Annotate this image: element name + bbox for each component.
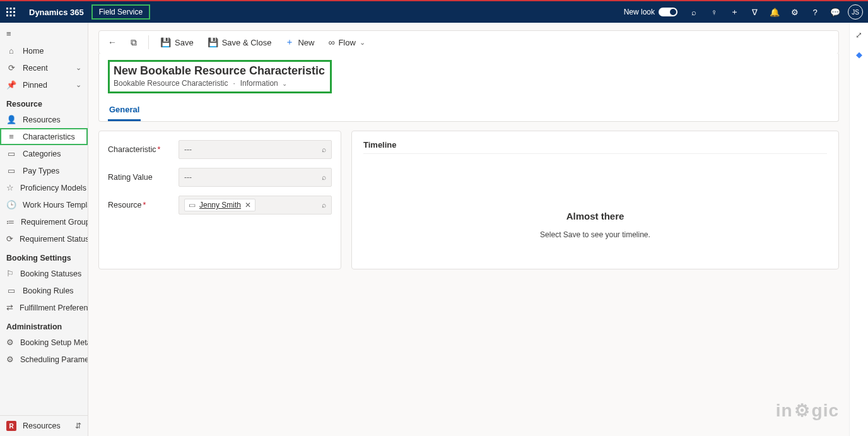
separator	[148, 35, 149, 49]
chevron-down-icon: ⌄	[360, 38, 365, 47]
sidebar-item-recent[interactable]: ⟳ Recent ⌄	[0, 59, 88, 76]
lightbulb-icon[interactable]: ♀	[704, 1, 724, 23]
sidebar-item-label: Scheduling Paramete...	[20, 355, 88, 364]
svg-rect-0	[6, 8, 8, 9]
flag-icon: ⚐	[6, 269, 14, 278]
page-title-box: New Bookable Resource Characteristic Boo…	[108, 60, 332, 93]
sidebar-item-booking-statuses[interactable]: ⚐ Booking Statuses	[0, 265, 88, 282]
page-title: New Bookable Resource Characteristic	[114, 64, 325, 78]
field-resource: Resource* ▭ Jenny Smith ✕ ⌕	[108, 196, 332, 215]
sidebar-item-proficiency[interactable]: ☆ Proficiency Models	[0, 179, 88, 196]
home-icon: ⌂	[6, 46, 16, 56]
help-icon[interactable]: ?	[805, 1, 825, 23]
watermark-logo: in ⚙ gic	[776, 400, 839, 421]
open-new-window-button[interactable]: ⧉	[128, 35, 139, 50]
sidebar-item-booking-rules[interactable]: ▭ Booking Rules	[0, 282, 88, 299]
sidebar-item-workhours[interactable]: 🕒 Work Hours Templates	[0, 196, 88, 213]
sidebar-item-label: Booking Statuses	[20, 269, 81, 278]
timeline-empty-subtext: Select Save to see your timeline.	[363, 230, 827, 239]
resource-chip[interactable]: ▭ Jenny Smith ✕	[184, 199, 255, 211]
new-look-toggle[interactable]: New look	[618, 8, 684, 16]
sidebar-item-label: Work Hours Templates	[23, 201, 88, 209]
svg-rect-3	[6, 11, 8, 13]
right-rail: ⤢ ◆	[849, 23, 868, 436]
avatar[interactable]: JS	[848, 4, 863, 20]
required-indicator: *	[157, 145, 160, 154]
box-icon: ▭	[6, 149, 16, 158]
sidebar-item-characteristics[interactable]: ≡ Characteristics	[0, 128, 88, 145]
sidebar-item-label: Home	[23, 47, 44, 56]
search-icon[interactable]: ⌕	[322, 145, 326, 154]
sidebar-section-booking: Booking Settings	[0, 247, 88, 265]
form-view-name[interactable]: Information	[240, 79, 278, 88]
chevron-updown-icon: ⇵	[75, 421, 81, 430]
app-name[interactable]: Field Service	[91, 4, 150, 20]
sidebar-item-label: Fulfillment Preferences	[20, 303, 88, 312]
flow-button[interactable]: ∞ Flow ⌄	[326, 35, 367, 50]
save-icon: 💾	[160, 37, 171, 47]
field-characteristic: Characteristic* --- ⌕	[108, 140, 332, 159]
chat-icon[interactable]: 💬	[825, 1, 845, 23]
form-tabs: General	[108, 100, 830, 121]
placeholder-text: ---	[184, 173, 192, 182]
save-close-button[interactable]: 💾 Save & Close	[205, 35, 274, 50]
button-label: Save & Close	[222, 38, 272, 47]
filter-icon[interactable]: ∇	[744, 1, 765, 23]
search-icon[interactable]: ⌕	[322, 173, 326, 182]
sidebar-collapse-icon[interactable]: ≡	[0, 25, 88, 42]
copilot-icon[interactable]: ◆	[856, 50, 862, 59]
new-look-label: New look	[624, 8, 655, 16]
sidebar-item-scheduling-params[interactable]: ⚙ Scheduling Paramete...	[0, 351, 88, 368]
form-header: New Bookable Resource Characteristic Boo…	[98, 54, 839, 122]
area-switcher-icon: R	[6, 421, 16, 431]
sidebar-item-categories[interactable]: ▭ Categories	[0, 145, 88, 162]
characteristic-lookup[interactable]: --- ⌕	[179, 140, 332, 159]
swap-icon: ⇄	[6, 303, 13, 312]
svg-rect-8	[13, 15, 15, 16]
sidebar-item-label: Requirement Group ...	[21, 218, 88, 227]
tab-general[interactable]: General	[108, 100, 141, 121]
sidebar-item-fulfillment[interactable]: ⇄ Fulfillment Preferences	[0, 299, 88, 316]
status-icon: ⟳	[6, 234, 13, 244]
svg-rect-1	[10, 8, 12, 9]
gear-icon[interactable]: ⚙	[785, 1, 805, 23]
new-button[interactable]: ＋ New	[283, 34, 317, 50]
sidebar-item-home[interactable]: ⌂ Home	[0, 42, 88, 59]
sidebar-item-reqstatus[interactable]: ⟳ Requirement Statuses	[0, 230, 88, 247]
back-button[interactable]: ←	[105, 35, 119, 50]
rating-lookup[interactable]: --- ⌕	[179, 168, 332, 187]
sidebar-item-paytypes[interactable]: ▭ Pay Types	[0, 162, 88, 179]
save-button[interactable]: 💾 Save	[158, 35, 196, 50]
search-icon[interactable]: ⌕	[322, 201, 326, 209]
clock-icon: 🕒	[6, 200, 16, 209]
sidebar-item-reqgroup[interactable]: ≔ Requirement Group ...	[0, 213, 88, 230]
sidebar-item-pinned[interactable]: 📌 Pinned ⌄	[0, 76, 88, 93]
sidebar-footer-resources[interactable]: R Resources ⇵	[0, 416, 88, 436]
toggle-icon[interactable]	[659, 8, 677, 16]
placeholder-text: ---	[184, 145, 192, 154]
entity-name: Bookable Resource Characteristic	[114, 79, 228, 88]
gear-icon: ⚙	[6, 338, 14, 347]
timeline-title: Timeline	[363, 140, 827, 154]
popout-icon: ⧉	[131, 37, 137, 48]
flow-icon: ∞	[328, 37, 334, 47]
back-icon: ←	[108, 37, 117, 47]
chip-remove-icon[interactable]: ✕	[245, 201, 251, 209]
search-icon[interactable]: ⌕	[684, 1, 704, 23]
chevron-down-icon: ⌄	[282, 80, 287, 87]
svg-rect-2	[13, 8, 15, 9]
sidebar-item-booking-meta[interactable]: ⚙ Booking Setup Meta...	[0, 334, 88, 351]
gear-icon: ⚙	[6, 355, 14, 364]
sidebar-section-admin: Administration	[0, 316, 88, 334]
chevron-down-icon: ⌄	[76, 81, 81, 89]
resource-lookup[interactable]: ▭ Jenny Smith ✕ ⌕	[179, 196, 332, 215]
clock-icon: ⟳	[6, 63, 16, 73]
sidebar-item-resources[interactable]: 👤 Resources	[0, 111, 88, 128]
bell-icon[interactable]: 🔔	[765, 1, 785, 23]
plus-icon: ＋	[285, 37, 294, 48]
save-close-icon: 💾	[208, 37, 218, 47]
expand-pane-icon[interactable]: ⤢	[855, 30, 862, 40]
svg-rect-4	[10, 11, 12, 13]
plus-icon[interactable]: ＋	[724, 1, 744, 23]
waffle-icon[interactable]	[0, 1, 21, 23]
